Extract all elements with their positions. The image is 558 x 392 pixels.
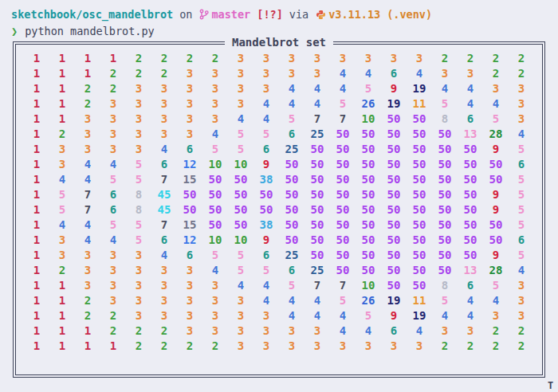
grid-cell: 3 [238, 67, 244, 80]
grid-cell: 2 [518, 52, 525, 65]
grid-cell: 1 [59, 339, 65, 352]
grid-cell: 50 [387, 203, 401, 216]
grid-cell: 5 [289, 279, 295, 292]
grid-cell: 3 [187, 309, 193, 322]
grid-cell: 50 [311, 233, 324, 246]
grid-cell: 50 [234, 173, 248, 186]
grid-cell: 3 [212, 97, 218, 110]
grid-cell: 50 [234, 218, 248, 231]
grid-cell: 50 [413, 188, 426, 201]
grid-cell: 4 [467, 294, 474, 307]
grid-cell: 3 [136, 294, 142, 307]
command-text: python mandelbrot.py [25, 25, 155, 37]
grid-cell: 3 [391, 339, 397, 352]
grid-cell: 1 [59, 279, 65, 292]
grid-cell: 3 [518, 97, 525, 110]
grid-cell: 3 [136, 97, 142, 110]
grid-cell: 50 [234, 203, 248, 216]
grid-cell: 5 [136, 218, 142, 231]
grid-cell: 15 [183, 218, 197, 231]
grid-cell: 3 [289, 52, 295, 65]
grid-cell: 3 [263, 309, 269, 322]
grid-cell: 3 [416, 339, 422, 352]
grid-cell: 1 [33, 173, 40, 186]
grid-cell: 4 [263, 112, 269, 125]
grid-cell: 3 [187, 127, 193, 140]
grid-cell: 4 [59, 173, 65, 186]
grid-cell: 9 [493, 203, 499, 216]
grid-cell: 1 [59, 309, 65, 322]
grid-cell: 50 [285, 173, 299, 186]
grid-cell: 2 [84, 82, 91, 95]
grid-cell: 5 [493, 279, 499, 292]
grid-cell: 7 [340, 112, 346, 125]
grid-cell: 50 [464, 218, 477, 231]
grid-cell: 50 [183, 188, 197, 201]
grid-cell: 4 [518, 127, 525, 140]
grid-cell: 11 [413, 97, 426, 110]
grid-cell: 50 [260, 203, 273, 216]
python-version: v3.11.13 [328, 7, 380, 22]
grid-cell: 3 [467, 67, 474, 80]
grid-cell: 50 [464, 233, 477, 246]
grid-cell: 10 [362, 279, 375, 292]
grid-cell: 3 [59, 143, 65, 155]
grid-cell: 3 [84, 127, 91, 140]
grid-cell: 2 [110, 309, 116, 322]
grid-cell: 50 [489, 173, 503, 186]
grid-cell: 50 [234, 188, 248, 201]
grid-cell: 4 [365, 324, 371, 337]
grid-cell: 3 [161, 279, 167, 292]
grid-cell: 3 [518, 82, 525, 95]
grid-cell: 2 [493, 67, 499, 80]
grid-cell: 50 [336, 127, 350, 140]
grid-cell: 4 [238, 112, 244, 125]
grid-cell: 10 [234, 158, 248, 171]
grid-cell: 50 [311, 188, 324, 201]
grid-cell: 3 [84, 249, 91, 261]
grid-cell: 3 [161, 97, 167, 110]
grid-cell: 3 [84, 143, 91, 155]
grid-cell: 3 [238, 339, 244, 352]
grid-cell: 3 [238, 97, 244, 110]
grid-cell: 3 [136, 127, 142, 140]
grid-cell: 50 [438, 233, 452, 246]
grid-cell: 50 [336, 203, 350, 216]
grid-cell: 2 [136, 339, 142, 352]
grid-cell: 50 [438, 173, 452, 186]
grid-cell: 50 [362, 127, 375, 140]
grid-cell: 3 [289, 339, 295, 352]
grid-cell: 5 [442, 294, 448, 307]
command-line[interactable]: ❯python mandelbrot.py [11, 24, 155, 38]
grid-cell: 2 [161, 324, 167, 337]
grid-cell: 1 [59, 112, 65, 125]
grid-cell: 13 [464, 264, 477, 276]
grid-cell: 50 [413, 279, 426, 292]
grid-cell: 3 [84, 264, 91, 276]
grid-cell: 3 [161, 294, 167, 307]
grid-cell: 1 [33, 294, 40, 307]
grid-cell: 3 [238, 82, 244, 95]
grid-cell: 50 [413, 127, 426, 140]
grid-cell: 6 [263, 143, 269, 155]
grid-cell: 26 [362, 294, 375, 307]
grid-cell: 50 [413, 203, 426, 216]
grid-cell: 10 [234, 233, 248, 246]
grid-cell: 50 [387, 188, 401, 201]
grid-cell: 50 [311, 173, 324, 186]
grid-cell: 9 [493, 249, 499, 261]
grid-cell: 50 [489, 218, 503, 231]
grid-cell: 2 [110, 67, 116, 80]
grid-cell: 3 [161, 112, 167, 125]
terminal-artifact: T [548, 380, 553, 391]
grid-cell: 3 [187, 67, 193, 80]
panel-title: Mandelbrot set [225, 36, 333, 49]
grid-cell: 1 [33, 218, 40, 231]
grid-cell: 6 [110, 188, 116, 201]
grid-cell: 4 [416, 324, 422, 337]
grid-cell: 50 [336, 143, 350, 155]
grid-cell: 1 [33, 158, 40, 171]
grid-cell: 3 [442, 67, 448, 80]
grid-cell: 2 [187, 339, 193, 352]
grid-cell: 3 [110, 112, 116, 125]
